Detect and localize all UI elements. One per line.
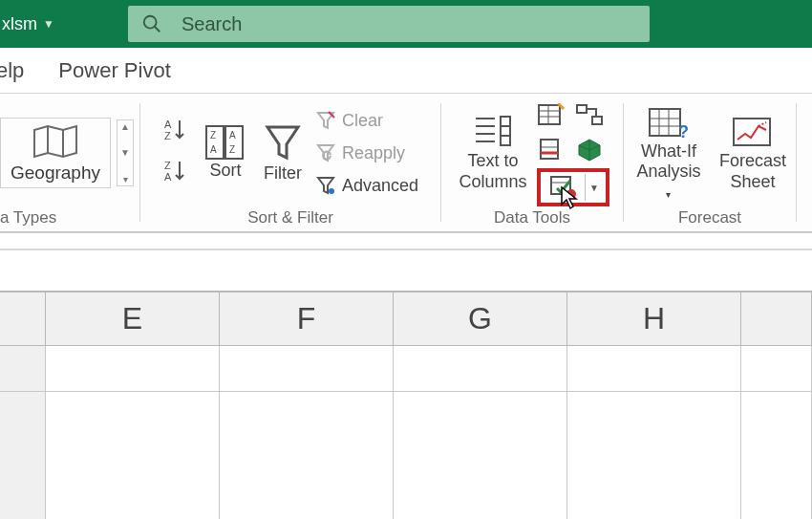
forecast-sheet-button[interactable]: Forecast Sheet	[716, 111, 790, 194]
title-bar: xlsm ▼ Search	[0, 0, 812, 48]
geography-button[interactable]: Geography	[0, 118, 111, 188]
svg-text:A: A	[229, 130, 236, 141]
svg-rect-29	[541, 140, 558, 159]
group-forecast: ? What-If Analysis ▾ Forecast Sheet Fore…	[624, 94, 796, 231]
clear-label: Clear	[342, 111, 383, 131]
group-data-types: Geography ▲ ▼ ▾ a Types	[0, 94, 139, 231]
svg-text:Z: Z	[210, 130, 216, 141]
cell[interactable]	[220, 392, 394, 519]
svg-rect-28	[592, 117, 602, 124]
ribbon: Geography ▲ ▼ ▾ a Types AZ ZA	[0, 94, 812, 233]
group-label-data-tools: Data Tools	[494, 208, 570, 229]
relationships-button[interactable]	[575, 103, 609, 134]
gallery-down-button[interactable]: ▼	[118, 146, 133, 159]
gallery-up-button[interactable]: ▲	[118, 120, 133, 133]
advanced-filter-button[interactable]: Advanced	[315, 173, 418, 198]
chevron-down-icon: ▾	[666, 189, 671, 200]
group-sort-filter: AZ ZA ZA AZ Sort Filter	[140, 94, 440, 231]
svg-text:A: A	[210, 144, 217, 155]
cell[interactable]	[394, 346, 567, 392]
svg-point-15	[329, 188, 334, 194]
filter-label: Filter	[264, 163, 302, 184]
data-model-button[interactable]	[575, 138, 609, 168]
svg-point-34	[566, 189, 576, 199]
data-validation-dropdown[interactable]: ▼	[585, 174, 604, 201]
sort-button[interactable]: ZA AZ Sort	[201, 122, 250, 184]
svg-rect-20	[501, 117, 510, 145]
svg-rect-23	[539, 105, 560, 124]
cell[interactable]	[567, 346, 741, 392]
group-data-tools: Text to Columns	[441, 94, 623, 231]
filename-dropdown[interactable]: xlsm ▼	[0, 14, 53, 34]
ribbon-tabs: elp Power Pivot	[0, 48, 812, 94]
row-header[interactable]	[0, 392, 46, 519]
svg-text:Z: Z	[229, 144, 235, 155]
forecast-line1: Forecast	[719, 151, 786, 172]
sort-label: Sort	[209, 161, 241, 182]
sort-descending-button[interactable]: ZA	[162, 158, 189, 189]
chevron-down-icon: ▼	[589, 183, 599, 193]
text-to-columns-button[interactable]: Text to Columns	[455, 111, 530, 194]
sort-ascending-button[interactable]: AZ	[162, 117, 189, 148]
gallery-more-button[interactable]: ▾	[118, 173, 133, 185]
column-header-F[interactable]: F	[220, 291, 394, 346]
flash-fill-button[interactable]	[537, 103, 571, 134]
tab-help[interactable]: elp	[0, 51, 28, 91]
svg-text:A: A	[164, 119, 172, 130]
chevron-down-icon: ▼	[43, 17, 53, 31]
sort-dialog-icon: ZA AZ	[204, 124, 246, 161]
reapply-label: Reapply	[342, 143, 405, 163]
whatif-line2: Analysis ▾	[633, 162, 704, 203]
ttc-line2: Columns	[459, 172, 526, 193]
cell[interactable]	[46, 346, 220, 392]
ttc-line1: Text to	[467, 151, 518, 172]
data-validation-icon	[549, 175, 578, 200]
geography-label: Geography	[11, 162, 100, 184]
clear-filter-icon	[315, 110, 336, 131]
data-validation-main[interactable]	[543, 175, 585, 200]
row-header[interactable]	[0, 346, 46, 392]
search-placeholder: Search	[182, 13, 242, 35]
cell[interactable]	[46, 392, 220, 519]
column-header-G[interactable]: G	[394, 291, 567, 346]
reapply-filter-button[interactable]: Reapply	[315, 141, 405, 165]
column-header-H[interactable]: H	[567, 291, 741, 346]
sort-az-za-stack: AZ ZA	[162, 117, 189, 189]
cell[interactable]	[741, 346, 812, 392]
cell[interactable]	[741, 392, 812, 519]
what-if-analysis-button[interactable]: ? What-If Analysis ▾	[630, 101, 708, 205]
svg-rect-27	[577, 105, 587, 113]
svg-rect-41	[734, 119, 770, 145]
cell[interactable]	[394, 392, 567, 519]
advanced-label: Advanced	[342, 176, 418, 196]
funnel-icon	[262, 121, 304, 163]
group-label-sort-filter: Sort & Filter	[247, 208, 333, 229]
tab-power-pivot[interactable]: Power Pivot	[54, 51, 174, 91]
column-header-next[interactable]	[741, 291, 812, 346]
svg-text:A: A	[164, 171, 172, 183]
worksheet-area[interactable]: E F G H	[0, 233, 812, 519]
group-label-forecast: Forecast	[678, 208, 741, 229]
search-icon	[141, 13, 162, 34]
filename-fragment: xlsm	[2, 14, 37, 34]
clear-filter-button[interactable]: Clear	[315, 108, 383, 133]
what-if-icon: ?	[646, 103, 692, 141]
row-header-gutter[interactable]	[0, 291, 46, 346]
group-label-data-types: a Types	[0, 208, 56, 229]
column-header-E[interactable]: E	[46, 291, 220, 346]
advanced-filter-icon	[315, 175, 336, 196]
data-validation-split-button[interactable]: ▼	[537, 168, 609, 206]
forecast-line2: Sheet	[730, 172, 775, 193]
map-icon	[31, 122, 80, 161]
grid[interactable]: E F G H	[0, 291, 812, 519]
cell[interactable]	[567, 392, 741, 519]
search-box[interactable]: Search	[128, 6, 650, 42]
svg-point-0	[144, 16, 157, 29]
svg-line-1	[155, 27, 160, 32]
svg-text:Z: Z	[164, 160, 171, 171]
svg-text:?: ?	[678, 122, 689, 141]
cell[interactable]	[220, 346, 394, 392]
filter-button[interactable]: Filter	[258, 119, 308, 186]
whatif-line1: What-If	[641, 141, 696, 162]
remove-duplicates-button[interactable]	[537, 138, 571, 168]
